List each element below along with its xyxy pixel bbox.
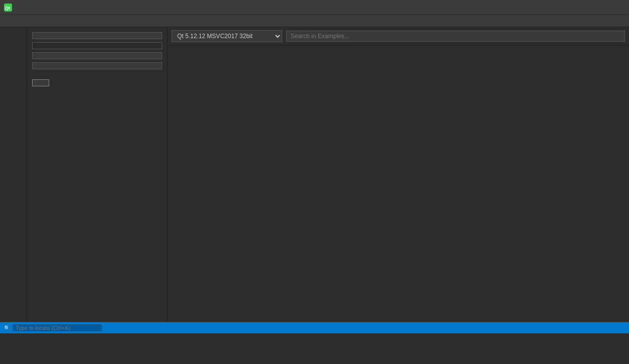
left-panel [27, 27, 168, 322]
examples-button[interactable] [32, 42, 162, 49]
qt-version-select[interactable]: Qt 5.12.12 MSVC2017 32bit [172, 30, 282, 42]
right-content: Qt 5.12.12 MSVC2017 32bit [168, 27, 629, 322]
examples-toolbar: Qt 5.12.12 MSVC2017 32bit [168, 27, 629, 46]
close-button[interactable] [602, 0, 625, 15]
new-to-qt-section [32, 77, 162, 94]
titlebar: Qt [0, 0, 629, 15]
examples-grid [168, 46, 629, 322]
maximize-button[interactable] [579, 0, 602, 15]
get-started-button[interactable] [32, 79, 49, 86]
window-controls [556, 0, 625, 15]
projects-button[interactable] [32, 32, 162, 39]
minimize-button[interactable] [556, 0, 579, 15]
tutorials-button[interactable] [32, 52, 162, 59]
sidebar-icons [0, 27, 27, 322]
menubar [0, 15, 629, 27]
svg-text:Qt: Qt [5, 6, 10, 11]
marketplace-button[interactable] [32, 62, 162, 69]
search-input[interactable] [286, 31, 625, 42]
locate-input[interactable] [12, 324, 102, 332]
app-icon: Qt [4, 4, 12, 12]
statusbar: 🔍 [0, 322, 629, 333]
main-layout: Qt 5.12.12 MSVC2017 32bit [0, 27, 629, 322]
